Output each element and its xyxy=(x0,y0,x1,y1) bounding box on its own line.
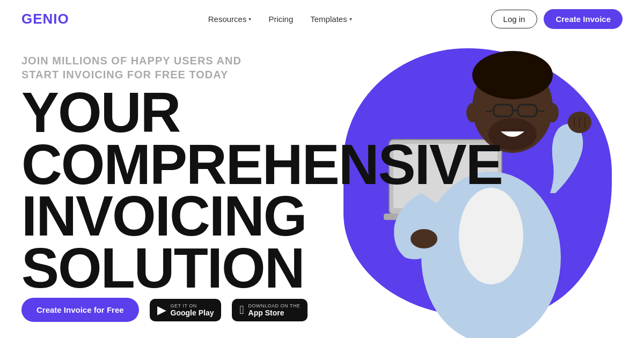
svg-point-20 xyxy=(411,229,437,248)
svg-point-7 xyxy=(472,51,553,99)
chevron-down-icon: ▾ xyxy=(349,16,352,22)
hero-title: YOUR COMPREHENSIVE INVOICING SOLUTION xyxy=(21,87,397,294)
chevron-down-icon: ▾ xyxy=(248,16,251,22)
hero-content: JOIN MILLIONS OF HAPPY USERS ANDSTART IN… xyxy=(21,54,397,294)
cta-row: Create Invoice for Free ▶ GET IT ON Goog… xyxy=(21,298,308,322)
hero-subtitle: JOIN MILLIONS OF HAPPY USERS ANDSTART IN… xyxy=(21,54,397,82)
svg-point-5 xyxy=(459,188,523,284)
nav-pricing[interactable]: Pricing xyxy=(268,14,293,24)
navbar: GENIO Resources ▾ Pricing Templates ▾ Lo… xyxy=(0,0,644,38)
nav-templates[interactable]: Templates ▾ xyxy=(310,14,352,24)
logo[interactable]: GENIO xyxy=(21,11,69,27)
hero-title-line1: YOUR xyxy=(21,87,397,139)
app-store-badge[interactable]:  Download on the App Store xyxy=(232,299,308,321)
hero-title-line3: INVOICING SOLUTION xyxy=(21,190,397,294)
google-play-badge[interactable]: ▶ GET IT ON Google Play xyxy=(150,299,222,321)
nav-actions: Log in Create Invoice xyxy=(491,9,623,29)
create-invoice-button[interactable]: Create Invoice xyxy=(544,9,623,29)
svg-point-14 xyxy=(466,103,479,122)
google-play-icon: ▶ xyxy=(157,303,166,317)
hero-title-line2: COMPREHENSIVE xyxy=(21,139,397,191)
nav-resources[interactable]: Resources ▾ xyxy=(208,14,252,24)
create-invoice-free-button[interactable]: Create Invoice for Free xyxy=(21,298,139,322)
svg-point-15 xyxy=(546,103,559,122)
hero-section: JOIN MILLIONS OF HAPPY USERS ANDSTART IN… xyxy=(0,38,644,338)
apple-icon:  xyxy=(239,303,244,317)
login-button[interactable]: Log in xyxy=(491,10,538,28)
nav-links: Resources ▾ Pricing Templates ▾ xyxy=(208,14,352,24)
